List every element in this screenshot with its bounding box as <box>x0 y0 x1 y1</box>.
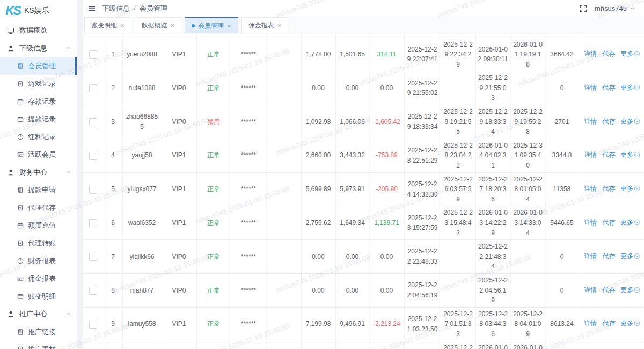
sidebar-subitem-2-3[interactable]: 代理转账 <box>0 234 77 252</box>
sidebar-subitem-2-2[interactable]: 额度充值 <box>0 216 77 234</box>
sidebar-subitem-label: 提款记录 <box>28 114 56 124</box>
more-circle-icon[interactable] <box>634 319 640 330</box>
sidebar-subitem-2-6[interactable]: 账变明细 <box>0 287 77 305</box>
row-checkbox[interactable] <box>89 287 97 295</box>
agent-deposit-link[interactable]: 代存 <box>602 50 615 57</box>
more-circle-icon[interactable] <box>634 286 640 296</box>
detail-link[interactable]: 详情 <box>584 118 597 125</box>
more-link[interactable]: 更多 <box>620 319 633 327</box>
detail-link[interactable]: 详情 <box>584 84 597 91</box>
tab-label: 数据概览 <box>142 21 167 30</box>
row-checkbox[interactable] <box>89 253 97 261</box>
time-cell: 2025-12-28 23:04:22 <box>441 139 475 172</box>
tab-1[interactable]: 数据概览× <box>135 17 182 33</box>
row-checkbox[interactable] <box>89 219 97 227</box>
row-checkbox[interactable] <box>89 118 97 126</box>
password-cell: ****** <box>231 71 266 105</box>
sidebar-item-1[interactable]: 下级信息 <box>0 39 77 57</box>
hamburger-icon[interactable] <box>88 5 96 12</box>
vip-level-cell: VIP0 <box>162 71 196 105</box>
breadcrumb-parent[interactable]: 下级信息 <box>102 4 130 13</box>
sidebar-subitem-2-5[interactable]: 佣金报表 <box>0 270 77 287</box>
agent-deposit-link[interactable]: 代存 <box>602 84 615 91</box>
value-cell: 11358 <box>545 172 579 206</box>
sidebar-subitem-1-3[interactable]: 提款记录 <box>0 110 77 128</box>
more-link[interactable]: 更多 <box>620 252 633 260</box>
agent-deposit-link[interactable]: 代存 <box>602 286 615 294</box>
table-row: 5ylugsx077VIP1正常******5,699.895,973.91-2… <box>83 172 643 206</box>
sidebar-subitem-3-0[interactable]: 推广链接 <box>0 323 77 340</box>
agent-deposit-link[interactable]: 代存 <box>602 319 615 327</box>
more-link[interactable]: 更多 <box>620 286 633 294</box>
time-cell: 2025-12-29 19:21:55 <box>441 105 475 139</box>
more-link[interactable]: 更多 <box>620 219 633 226</box>
sidebar-item-3[interactable]: 推广中心 <box>0 305 77 323</box>
row-number: 5 <box>104 172 122 206</box>
table-row: 6waoi6352VIP1正常******2,759.621,649.341,1… <box>83 206 643 240</box>
detail-link[interactable]: 详情 <box>584 185 597 192</box>
more-circle-icon[interactable] <box>634 50 640 60</box>
more-circle-icon[interactable] <box>634 151 640 161</box>
time-cell: 2025-12-24 14:32:30 <box>404 172 441 206</box>
sidebar-subitem-2-0[interactable]: 提款申请 <box>0 181 77 199</box>
tab-2[interactable]: 会员管理× <box>185 17 238 33</box>
agent-deposit-link[interactable]: 代存 <box>602 185 615 192</box>
close-icon[interactable]: × <box>227 23 231 30</box>
detail-link[interactable]: 详情 <box>584 286 597 294</box>
sidebar-subitem-1-2[interactable]: 存款记录 <box>0 92 77 110</box>
sidebar-subitem-1-5[interactable]: 活跃会员 <box>0 146 77 163</box>
row-checkbox[interactable] <box>89 152 97 160</box>
sidebar-subitem-2-4[interactable]: 财务报表 <box>0 252 77 270</box>
more-circle-icon[interactable] <box>634 252 640 263</box>
sidebar-subitem-1-4[interactable]: 红利记录 <box>0 128 77 146</box>
more-circle-icon[interactable] <box>634 185 640 195</box>
amount-cell: 0.00 <box>301 71 335 105</box>
member-table-area: 1yueru2088VIP1正常******1,778.001,501.6531… <box>83 34 644 349</box>
agent-deposit-link[interactable]: 代存 <box>602 219 615 226</box>
agent-deposit-link[interactable]: 代存 <box>602 118 615 125</box>
more-link[interactable]: 更多 <box>620 50 633 57</box>
sidebar-item-2[interactable]: 财务中心 <box>0 163 77 181</box>
tab-3[interactable]: 佣金报表× <box>241 17 289 33</box>
detail-link[interactable]: 详情 <box>584 219 597 226</box>
detail-link[interactable]: 详情 <box>584 151 597 158</box>
content-scroll-gutter[interactable] <box>77 0 83 349</box>
row-checkbox[interactable] <box>89 84 97 92</box>
detail-link[interactable]: 详情 <box>584 319 597 327</box>
row-checkbox[interactable] <box>89 321 97 329</box>
row-checkbox[interactable] <box>89 50 97 59</box>
more-link[interactable]: 更多 <box>620 151 633 158</box>
row-number: 10 <box>104 341 122 349</box>
sidebar-subitem-2-1[interactable]: 代理代存 <box>0 199 77 216</box>
more-link[interactable]: 更多 <box>620 118 633 125</box>
more-link[interactable]: 更多 <box>620 84 633 91</box>
status-cell: 正常 <box>196 71 231 105</box>
detail-link[interactable]: 详情 <box>584 50 597 57</box>
agent-deposit-link[interactable]: 代存 <box>602 151 615 158</box>
close-icon[interactable]: × <box>120 22 125 29</box>
fullscreen-icon[interactable] <box>580 5 587 12</box>
close-icon[interactable]: × <box>171 22 175 29</box>
user-menu[interactable]: mhsus745 <box>595 4 635 12</box>
close-icon[interactable]: × <box>277 22 282 29</box>
password-cell: ****** <box>231 240 266 274</box>
vip-level-cell: VIP1 <box>162 38 196 71</box>
sidebar-subitem-3-1[interactable]: 推广素材 <box>0 340 77 349</box>
time-cell: 2025-12-22 04:56:19 <box>404 273 441 307</box>
row-number: 8 <box>104 273 122 307</box>
sidebar-subitem-1-1[interactable]: 游戏记录 <box>0 75 77 92</box>
username-cell: rofeu01 <box>122 341 162 349</box>
amount-cell: 2,660.00 <box>301 139 335 172</box>
sidebar-subitem-1-0[interactable]: 会员管理 <box>0 57 77 75</box>
agent-deposit-link[interactable]: 代存 <box>602 252 615 260</box>
document-icon <box>17 63 24 69</box>
tab-0[interactable]: 账变明细× <box>84 17 131 33</box>
monitor-icon <box>7 27 14 34</box>
row-checkbox[interactable] <box>89 186 97 194</box>
more-circle-icon[interactable] <box>634 84 640 94</box>
more-link[interactable]: 更多 <box>620 185 633 192</box>
sidebar-item-0[interactable]: 数据概览 <box>0 21 77 39</box>
detail-link[interactable]: 详情 <box>584 252 597 260</box>
more-circle-icon[interactable] <box>634 118 640 128</box>
more-circle-icon[interactable] <box>634 219 640 229</box>
